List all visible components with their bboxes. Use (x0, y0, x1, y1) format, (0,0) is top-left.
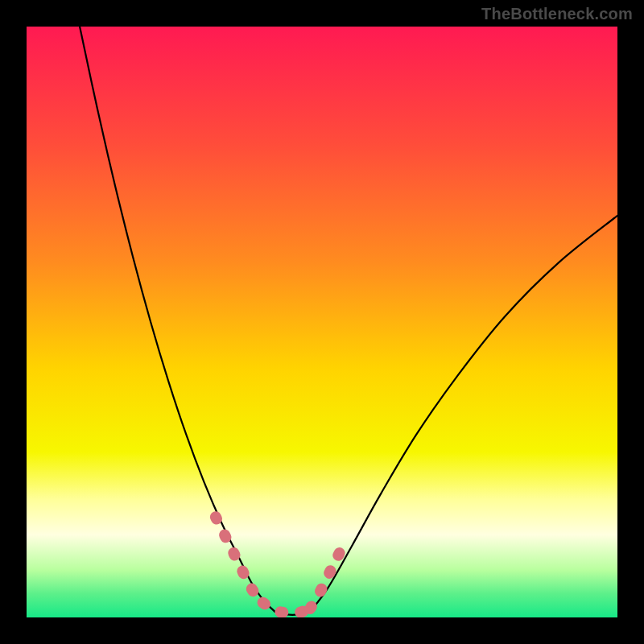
chart-svg (27, 27, 617, 617)
gradient-background (27, 27, 617, 617)
plot-area (27, 27, 617, 617)
watermark-text: TheBottleneck.com (481, 5, 633, 23)
outer-black-frame: TheBottleneck.com (0, 0, 644, 644)
